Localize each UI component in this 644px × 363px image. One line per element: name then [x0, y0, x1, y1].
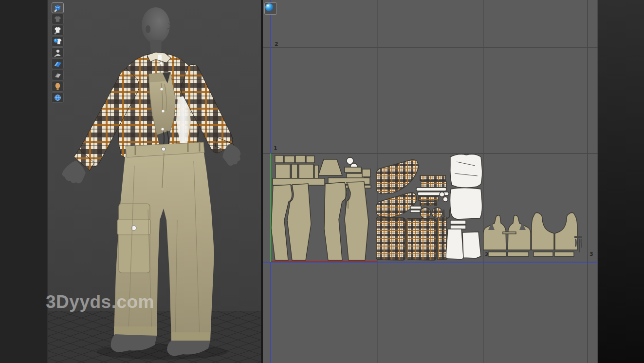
sphere-material-tool[interactable]: [264, 2, 277, 15]
tan-head-icon: [53, 82, 62, 91]
white-pattern-group[interactable]: [446, 154, 482, 259]
mannequin-ear: [146, 25, 150, 33]
toolbar-3d: [52, 2, 64, 103]
sphere-shirt-tool[interactable]: [52, 36, 64, 47]
gray-fabric-icon: [53, 71, 62, 79]
grid-row-label-2: 2: [275, 41, 278, 47]
avatar-edit-tool[interactable]: [52, 47, 64, 58]
grid-row-label-1: 1: [274, 146, 277, 151]
blue-cube-pen-icon: [53, 4, 62, 12]
pants-pattern-group[interactable]: [271, 155, 371, 260]
avatar-pen-icon: [53, 49, 62, 57]
gray-shirt-icon: [53, 15, 62, 23]
app-window: 2 1 2 3 3Dyyds.com: [0, 0, 644, 363]
panel-2d-pattern-view[interactable]: 2 1 2 3: [263, 0, 644, 363]
blue-sphere-icon: [265, 3, 274, 12]
mannequin-head-tool[interactable]: [52, 81, 64, 92]
watermark: 3Dyyds.com: [46, 292, 154, 312]
mannequin-head: [142, 7, 170, 43]
globe-tool[interactable]: [52, 92, 64, 103]
shirt-edit-tool[interactable]: [52, 25, 64, 36]
cargo-pocket: [119, 204, 150, 273]
fabric-blue-tool[interactable]: [52, 58, 64, 69]
grid-col-label-2: 2: [485, 252, 489, 257]
cube-edit-tool[interactable]: [52, 2, 64, 13]
fabric-gray-tool[interactable]: [52, 70, 64, 80]
blue-sphere-shirt-icon: [53, 38, 62, 46]
crop-top-pattern-group[interactable]: [483, 212, 577, 256]
left-gutter: [0, 0, 48, 363]
garment-muted-tool[interactable]: [52, 14, 64, 24]
pattern-canvas[interactable]: [263, 0, 644, 363]
blue-fabric-icon: [53, 60, 62, 68]
workspace-outside: [598, 0, 644, 363]
grid-col-label-3: 3: [589, 251, 593, 257]
blue-globe-icon: [53, 94, 62, 102]
white-shirt-pen-icon: [53, 26, 62, 35]
